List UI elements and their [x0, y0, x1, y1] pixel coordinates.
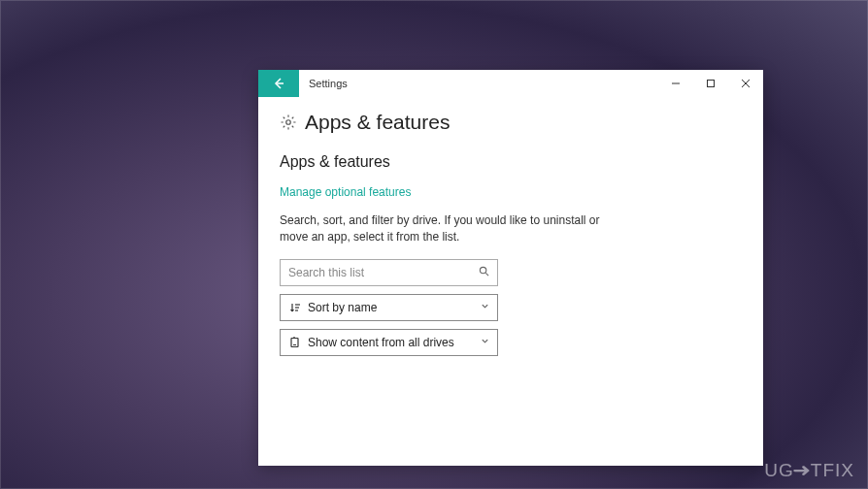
minimize-icon: [671, 79, 681, 88]
window-titlebar: Settings: [258, 70, 763, 97]
svg-line-6: [485, 273, 488, 276]
watermark: UG➜TFIX: [764, 459, 854, 481]
section-description: Search, sort, and filter by drive. If yo…: [280, 212, 610, 245]
svg-rect-1: [708, 81, 715, 87]
sort-label: Sort by name: [308, 301, 481, 314]
chevron-down-icon: [481, 337, 489, 347]
sort-dropdown[interactable]: Sort by name: [280, 294, 498, 321]
drive-icon: [288, 337, 302, 348]
manage-optional-features-link[interactable]: Manage optional features: [280, 185, 411, 199]
chevron-down-icon: [481, 302, 489, 312]
window-content: Apps & features Apps & features Manage o…: [258, 97, 763, 466]
search-icon: [479, 266, 489, 278]
svg-point-4: [286, 120, 291, 125]
filter-label: Show content from all drives: [308, 336, 481, 349]
back-button[interactable]: [258, 70, 299, 97]
page-header: Apps & features: [280, 111, 742, 134]
window-title: Settings: [299, 70, 658, 97]
filter-dropdown[interactable]: Show content from all drives: [280, 329, 498, 356]
close-button[interactable]: [728, 70, 763, 97]
search-input-container[interactable]: [280, 259, 498, 286]
arrow-left-icon: [272, 77, 285, 90]
close-icon: [741, 79, 751, 88]
maximize-button[interactable]: [693, 70, 728, 97]
svg-point-5: [480, 267, 485, 273]
sort-icon: [288, 302, 302, 313]
search-input[interactable]: [288, 266, 479, 279]
maximize-icon: [706, 79, 716, 88]
svg-rect-10: [291, 338, 298, 346]
window-controls: [658, 70, 763, 97]
settings-window: Settings Apps & features Apps & features…: [258, 70, 763, 466]
gear-icon: [280, 114, 297, 131]
page-title: Apps & features: [305, 111, 450, 134]
section-title: Apps & features: [280, 153, 742, 171]
minimize-button[interactable]: [658, 70, 693, 97]
